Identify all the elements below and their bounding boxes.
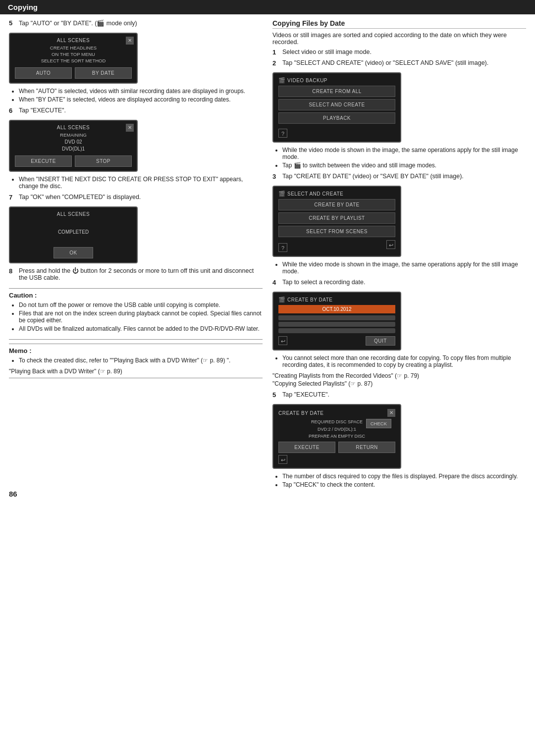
return-btn[interactable]: RETURN: [338, 442, 395, 453]
right-step-1-text: Select video or still image mode.: [282, 49, 372, 55]
right-step-4-num: 4: [272, 279, 279, 289]
step-5-text: Tap "AUTO" or "BY DATE". (🎬 mode only): [19, 19, 137, 27]
right-step-2-num: 2: [272, 59, 279, 69]
screen-exec-close[interactable]: ✕: [387, 409, 395, 417]
right-step-3-bullets: While the video mode is shown in the ima…: [272, 261, 526, 275]
right-step-3-num: 3: [272, 173, 279, 183]
back-btn-5[interactable]: ↩: [278, 455, 287, 464]
screen-all-scenes-sort: ALL SCENES ✕ CREATE HEADLINES ON THE TOP…: [9, 33, 138, 84]
screen-exec-btns: EXECUTE RETURN: [278, 442, 395, 453]
screen-create-by-date: 🎬 CREATE BY DATE OCT.10.2012 ↩ QUIT: [272, 292, 401, 351]
screen-footer-4: ↩ QUIT: [278, 336, 395, 346]
bullet-insert-disc: When "INSERT THE NEXT DISC TO CREATE OR …: [19, 176, 263, 190]
right-step-5-row: 5 Tap "EXECUTE".: [272, 391, 526, 401]
caution-title: Caution :: [9, 292, 263, 299]
intro-text: Videos or still images are sorted and co…: [272, 32, 526, 46]
screen-sort-method: SELECT THE SORT METHOD: [15, 58, 132, 63]
right-step-4-notes: You cannot select more than one recordin…: [272, 354, 526, 368]
right-column: Copying Files by Date Videos or still im…: [272, 19, 526, 492]
step-6-bullets: When "INSERT THE NEXT DISC TO CREATE OR …: [9, 176, 263, 190]
right-step-5-num: 5: [272, 391, 279, 401]
right-step-2-text: Tap "SELECT AND CREATE" (video) or "SELE…: [282, 59, 488, 66]
create-by-date-btn[interactable]: CREATE BY DATE: [278, 199, 395, 210]
step-6-row: 6 Tap "EXECUTE".: [9, 107, 263, 117]
date-bar-3: [278, 328, 395, 333]
left-column: 5 Tap "AUTO" or "BY DATE". (🎬 mode only)…: [9, 19, 263, 492]
screen-select-and-create: 🎬 SELECT AND CREATE CREATE BY DATE CREAT…: [272, 186, 401, 257]
section-heading: Copying Files by Date: [272, 19, 526, 29]
execute-btn-5[interactable]: EXECUTE: [278, 442, 335, 453]
caution-item-2: All DVDs will be finalized automatically…: [19, 325, 263, 332]
by-date-btn[interactable]: BY DATE: [75, 67, 132, 79]
screen-completed: ALL SCENES COMPLETED OK: [9, 206, 138, 263]
date-bar-2: [278, 322, 395, 327]
screen-dvd: DVD 02: [15, 139, 132, 145]
question-icon[interactable]: ?: [278, 129, 287, 138]
right-step-1-row: 1 Select video or still image mode.: [272, 49, 526, 58]
check-btn[interactable]: CHECK: [366, 419, 391, 428]
create-by-playlist-btn[interactable]: CREATE BY PLAYLIST: [278, 212, 395, 224]
screen-execute-close[interactable]: ✕: [126, 124, 134, 132]
right-bullet-2-1: Tap 🎬 to switch between the video and st…: [282, 162, 526, 169]
screen-execute-title: ALL SCENES: [15, 125, 132, 130]
ok-btn[interactable]: OK: [54, 247, 93, 258]
right-step-5-text: Tap "EXECUTE".: [282, 391, 329, 398]
bullet-bydate: When "BY DATE" is selected, videos are d…: [19, 96, 263, 103]
memo-block: Memo : To check the created disc, refer …: [9, 344, 263, 378]
screen-footer-3: ? ↩: [278, 240, 395, 252]
step-7-row: 7 Tap "OK" when "COMPLETED" is displayed…: [9, 194, 263, 203]
screen-create-headlines: CREATE HEADLINES: [15, 45, 132, 50]
auto-btn[interactable]: AUTO: [15, 67, 72, 79]
question-icon-3[interactable]: ?: [278, 243, 287, 252]
create-from-all-btn[interactable]: CREATE FROM ALL: [278, 86, 395, 97]
page-header: Copying: [0, 0, 535, 14]
right-step-2-bullets: While the video mode is shown in the ima…: [272, 147, 526, 169]
quit-btn[interactable]: QUIT: [366, 336, 395, 346]
screen-completed-text: COMPLETED: [15, 229, 132, 235]
screen-sort-btns: AUTO BY DATE: [15, 67, 132, 79]
screen-completed-btns: OK: [15, 247, 132, 258]
screen-execute: ALL SCENES ✕ REMAINING DVD 02 DVD(DL)1 E…: [9, 120, 138, 172]
caution-block: Caution : Do not turn off the power or r…: [9, 288, 263, 340]
page-title: Copying: [8, 3, 38, 11]
step-7-num: 7: [9, 194, 16, 203]
screen-select-create-title: SELECT AND CREATE: [287, 191, 343, 197]
screen-completed-title: ALL SCENES: [15, 211, 132, 217]
prepare-text: PREPARE AN EMPTY DISC: [278, 433, 395, 440]
screen-close-btn[interactable]: ✕: [126, 37, 134, 45]
cam-icon-2: 🎬: [278, 191, 285, 197]
execute-btn[interactable]: EXECUTE: [15, 155, 72, 167]
date-bar-1: [278, 315, 395, 320]
screen-video-backup-title: VIDEO BACKUP: [287, 78, 327, 83]
screen-top-menu: ON THE TOP MENU: [15, 51, 132, 57]
note-link-1: "Creating Playlists from the Recorded Vi…: [272, 372, 526, 379]
right-step-5-bullets: The number of discs required to copy the…: [272, 473, 526, 488]
step-5-row: 5 Tap "AUTO" or "BY DATE". (🎬 mode only): [9, 19, 263, 30]
screen-title-all-scenes: ALL SCENES: [15, 38, 132, 43]
caution-item-1: Files that are not on the index screen d…: [19, 310, 263, 324]
screen-create-date-title: CREATE BY DATE: [287, 297, 332, 302]
note-link-2: "Copying Selected Playlists" (☞ p. 87): [272, 380, 526, 387]
date-highlight[interactable]: OCT.10.2012: [278, 305, 395, 313]
screen-exec-title: CREATE BY DATE: [278, 410, 323, 416]
memo-list: To check the created disc, refer to ""Pl…: [9, 357, 263, 364]
memo-link: "Playing Back with a DVD Writer" (☞ p. 8…: [9, 368, 263, 375]
step-8-num: 8: [9, 267, 16, 284]
screen-remaining: REMAINING: [15, 132, 132, 138]
select-from-scenes-btn[interactable]: SELECT FROM SCENES: [278, 226, 395, 237]
stop-btn[interactable]: STOP: [75, 155, 132, 167]
select-and-create-btn[interactable]: SELECT AND CREATE: [278, 99, 395, 110]
playback-btn[interactable]: PLAYBACK: [278, 112, 395, 124]
note-multi-date: You cannot select more than one recordin…: [282, 354, 526, 368]
right-bullet-3-0: While the video mode is shown in the ima…: [282, 261, 526, 275]
cam-icon: 🎬: [278, 77, 285, 84]
page-number: 86: [9, 490, 17, 498]
back-btn-4[interactable]: ↩: [278, 336, 287, 345]
memo-item-0: To check the created disc, refer to ""Pl…: [19, 357, 263, 364]
step-5-bullets: When "AUTO" is selected, videos with sim…: [9, 88, 263, 103]
right-step-4-row: 4 Tap to select a recording date.: [272, 279, 526, 289]
back-btn-3[interactable]: ↩: [386, 240, 395, 249]
cam-icon-4: 🎬: [278, 297, 285, 303]
right-step-3-row: 3 Tap "CREATE BY DATE" (video) or "SAVE …: [272, 173, 526, 183]
memo-title: Memo :: [9, 347, 263, 354]
